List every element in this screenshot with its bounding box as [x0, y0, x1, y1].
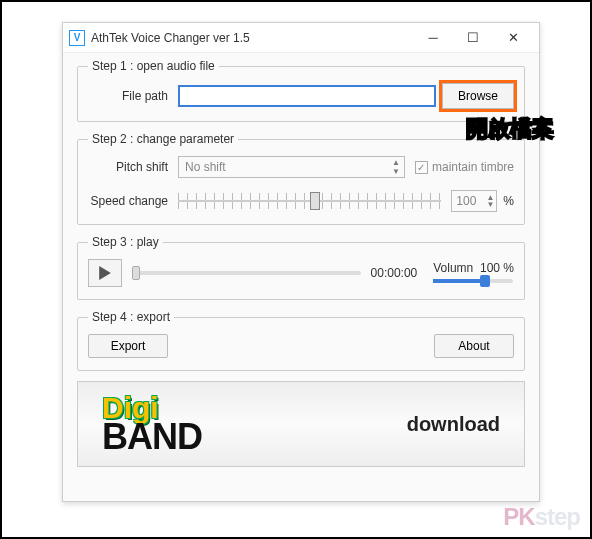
volume-slider[interactable]: [433, 277, 513, 285]
app-window: V AthTek Voice Changer ver 1.5 ─ ☐ ✕ Ste…: [62, 22, 540, 502]
chevron-updown-icon: ▲▼: [486, 194, 494, 208]
file-path-label: File path: [88, 89, 178, 103]
svg-marker-0: [99, 266, 111, 280]
digiband-logo: Digi BAND: [102, 394, 202, 453]
close-button[interactable]: ✕: [493, 24, 533, 52]
step3-group: Step 3 : play 00:00:00 Volumn 100 %: [77, 235, 525, 300]
step1-group: Step 1 : open audio file File path Brows…: [77, 59, 525, 122]
pitch-shift-label: Pitch shift: [88, 160, 178, 174]
minimize-button[interactable]: ─: [413, 24, 453, 52]
export-button[interactable]: Export: [88, 334, 168, 358]
pitch-shift-value: No shift: [185, 160, 226, 174]
step2-group: Step 2 : change parameter Pitch shift No…: [77, 132, 525, 225]
speed-value-stepper[interactable]: 100 ▲▼: [451, 190, 497, 212]
volume-label: Volumn 100 %: [433, 261, 514, 275]
step3-legend: Step 3 : play: [88, 235, 163, 249]
speed-unit: %: [503, 194, 514, 208]
speed-value: 100: [456, 194, 476, 208]
watermark: PKstep: [503, 503, 580, 531]
step4-group: Step 4 : export Export About: [77, 310, 525, 371]
download-label: download: [407, 413, 500, 436]
maximize-button[interactable]: ☐: [453, 24, 493, 52]
volume-fill: [433, 279, 485, 283]
app-icon: V: [69, 30, 85, 46]
pitch-shift-dropdown[interactable]: No shift ▲▼: [178, 156, 405, 178]
playback-progress[interactable]: [132, 266, 361, 280]
window-title: AthTek Voice Changer ver 1.5: [91, 31, 413, 45]
chevron-updown-icon: ▲▼: [392, 157, 400, 177]
maintain-timbre-checkbox[interactable]: ✓ maintain timbre: [415, 160, 514, 174]
volume-thumb[interactable]: [480, 275, 490, 287]
browse-button[interactable]: Browse: [442, 83, 514, 109]
speed-slider[interactable]: [178, 190, 441, 212]
titlebar: V AthTek Voice Changer ver 1.5 ─ ☐ ✕: [63, 23, 539, 53]
speed-change-label: Speed change: [88, 194, 178, 208]
about-button[interactable]: About: [434, 334, 514, 358]
file-path-input[interactable]: [178, 85, 436, 107]
playback-thumb[interactable]: [132, 266, 140, 280]
download-banner[interactable]: Digi BAND download: [77, 381, 525, 467]
annotation-overlay: 開啟檔案: [466, 114, 554, 144]
step1-legend: Step 1 : open audio file: [88, 59, 219, 73]
play-icon: [99, 266, 111, 280]
playback-time: 00:00:00: [371, 266, 418, 280]
step2-legend: Step 2 : change parameter: [88, 132, 238, 146]
maintain-timbre-label: maintain timbre: [432, 160, 514, 174]
play-button[interactable]: [88, 259, 122, 287]
step4-legend: Step 4 : export: [88, 310, 174, 324]
speed-slider-thumb[interactable]: [310, 192, 320, 210]
check-icon: ✓: [415, 161, 428, 174]
logo-bottom: BAND: [102, 421, 202, 453]
